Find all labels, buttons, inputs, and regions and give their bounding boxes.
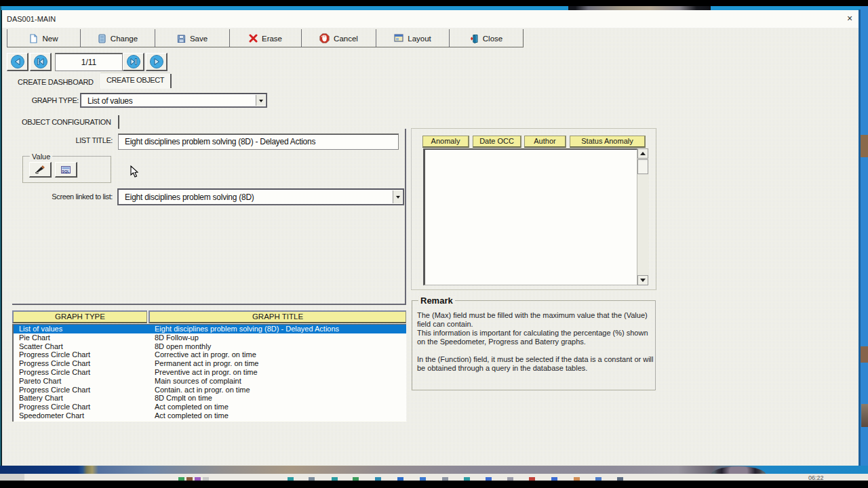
- svg-text:SQL: SQL: [62, 169, 70, 173]
